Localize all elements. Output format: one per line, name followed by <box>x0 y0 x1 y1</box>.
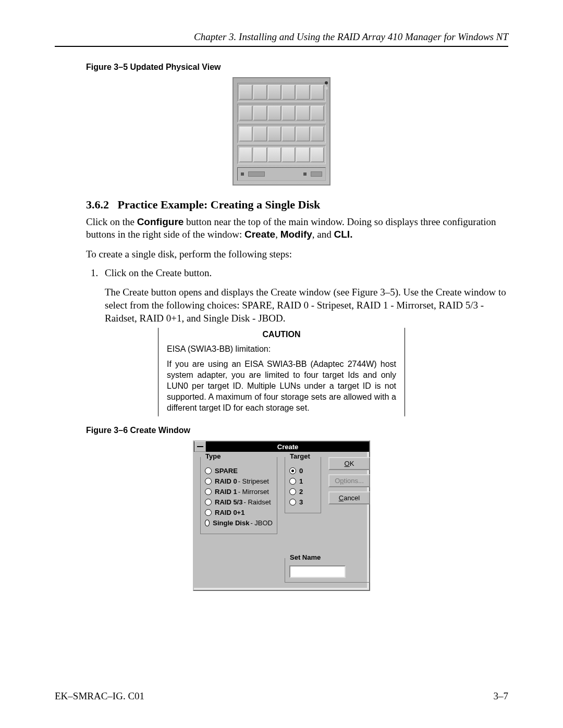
running-head: Chapter 3. Installing and Using the RAID… <box>55 31 508 47</box>
type-spare[interactable]: SPARE <box>205 467 273 475</box>
section-title: Practice Example: Creating a Single Disk <box>118 198 321 211</box>
physical-view-figure <box>232 77 331 186</box>
type-group: SPARE RAID 0 - Stripeset RAID 1 - Mirror… <box>200 457 277 534</box>
button-column: OK Options... Cancel <box>328 457 370 504</box>
footer-left: EK–SMRAC–IG. C01 <box>55 690 144 702</box>
target-0[interactable]: 0 <box>289 467 316 475</box>
ok-button[interactable]: OK <box>328 457 370 470</box>
set-name-group <box>285 558 370 583</box>
type-single-disk[interactable]: Single Disk - JBOD <box>205 519 273 527</box>
caution-line1: EISA (SWIA3-BB) limitation: <box>167 344 396 354</box>
target-1[interactable]: 1 <box>289 477 316 485</box>
intro-paragraph: Click on the Configure button near the t… <box>86 216 508 241</box>
fig-3-6-caption: Figure 3–6 Create Window <box>86 426 508 435</box>
step-1-detail: The Create button opens and displays the… <box>105 286 508 325</box>
target-2[interactable]: 2 <box>289 488 316 496</box>
system-menu-icon[interactable] <box>194 441 206 452</box>
type-raid53[interactable]: RAID 5/3 - Raidset <box>205 498 273 506</box>
type-raid01[interactable]: RAID 0+1 <box>205 509 273 516</box>
step-list: Click on the Create button. <box>86 267 508 279</box>
cancel-button[interactable]: Cancel <box>328 491 370 504</box>
options-button[interactable]: Options... <box>328 474 370 487</box>
type-raid1[interactable]: RAID 1 - Mirrorset <box>205 488 273 496</box>
create-window: Create SPARE RAID 0 - Stripeset RAID 1 -… <box>193 440 370 591</box>
step-1: Click on the Create button. <box>101 267 508 279</box>
footer-right: 3–7 <box>494 690 509 702</box>
fig-3-5-caption: Figure 3–5 Updated Physical View <box>86 63 508 72</box>
section-number: 3.6.2 <box>86 198 109 211</box>
caution-box: CAUTION EISA (SWIA3-BB) limitation: If y… <box>158 328 405 416</box>
caution-title: CAUTION <box>167 330 396 339</box>
window-title: Create <box>206 443 369 451</box>
title-bar[interactable]: Create <box>194 441 369 452</box>
set-name-input[interactable] <box>289 565 346 578</box>
type-raid0[interactable]: RAID 0 - Stripeset <box>205 477 273 485</box>
lead-in: To create a single disk, perform the fol… <box>86 248 508 261</box>
target-group: 0 1 2 3 <box>285 457 321 513</box>
caution-body: If you are using an EISA SWIA3-BB (Adapt… <box>167 359 396 413</box>
section-heading: 3.6.2 Practice Example: Creating a Singl… <box>86 198 508 212</box>
target-3[interactable]: 3 <box>289 498 316 506</box>
